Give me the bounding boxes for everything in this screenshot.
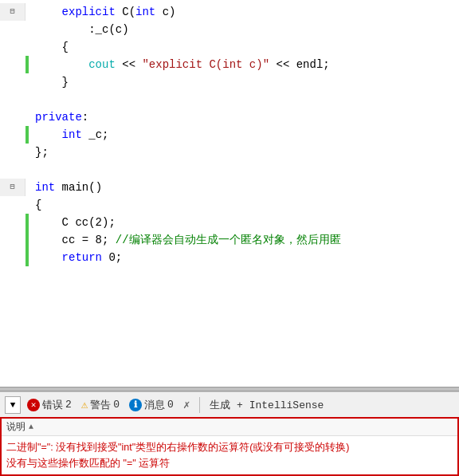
line-content: {: [29, 196, 41, 214]
line-content: [29, 161, 41, 179]
code-line: {: [0, 38, 459, 56]
code-line: ⊟ explicit C(int c): [0, 3, 459, 21]
toolbar-dropdown[interactable]: ▼: [5, 396, 21, 414]
code-line: return 0;: [0, 249, 459, 266]
build-label: 生成 + IntelliSense: [210, 398, 324, 412]
info-icon: ℹ: [129, 399, 142, 411]
error-line-1: 二进制"=": 没有找到接受"int"类型的右操作数的运算符(或没有可接受的转换…: [6, 439, 453, 455]
collapse-icon-main[interactable]: ⊟: [10, 179, 14, 196]
build-button[interactable]: 生成 + IntelliSense: [206, 396, 327, 414]
code-line: };: [0, 144, 459, 161]
line-content: :_c(c): [29, 21, 129, 38]
error-icon: ✕: [27, 399, 40, 411]
code-line: ⊟ int main(): [0, 179, 459, 196]
warning-filter[interactable]: ⚠ 警告 0: [78, 396, 123, 414]
error-line-2: 没有与这些操作数匹配的 "=" 运算符: [6, 455, 453, 471]
error-panel: 说明 ▲ 二进制"=": 没有找到接受"int"类型的右操作数的运算符(或没有可…: [0, 417, 459, 476]
warning-icon: ⚠: [81, 398, 88, 411]
filter-symbol-icon: ✗: [183, 398, 190, 411]
line-gutter: ⊟: [0, 179, 26, 196]
code-content: ⊟ explicit C(int c) :_c(c) { cout << "ex…: [0, 0, 459, 387]
line-content: };: [29, 144, 49, 161]
warning-label: 警告: [90, 398, 111, 412]
collapse-icon-1[interactable]: ⊟: [10, 3, 14, 21]
toolbar: ▼ ✕ 错误 2 ⚠ 警告 0 ℹ 消息 0 ✗ 生成 + IntelliSen…: [0, 391, 459, 417]
error-count: 2: [65, 399, 72, 411]
line-content: C cc(2);: [29, 214, 116, 231]
line-content: }: [29, 73, 69, 91]
dropdown-arrow: ▼: [10, 400, 16, 410]
error-panel-content: 二进制"=": 没有找到接受"int"类型的右操作数的运算符(或没有可接受的转换…: [2, 436, 457, 474]
line-content: cc = 8; //编译器会自动生成一个匿名对象，然后用匿: [29, 231, 341, 249]
line-content: return 0;: [29, 249, 122, 266]
line-content: int _c;: [29, 126, 108, 144]
warning-count: 0: [113, 399, 120, 411]
code-line: cout << "explicit C(int c)" << endl;: [0, 56, 459, 73]
info-count: 0: [167, 399, 174, 411]
code-line: {: [0, 196, 459, 214]
error-label: 错误: [42, 398, 63, 412]
filter-button[interactable]: ✗: [180, 396, 193, 413]
line-content: [29, 91, 41, 108]
code-line: private:: [0, 108, 459, 126]
error-panel-title: 说明: [6, 420, 26, 434]
line-gutter: ⊟: [0, 3, 26, 21]
code-line: }: [0, 73, 459, 91]
line-content: int main(): [29, 179, 102, 196]
info-filter[interactable]: ℹ 消息 0: [126, 396, 177, 414]
code-editor: ⊟ explicit C(int c) :_c(c) { cout << "ex…: [0, 0, 459, 387]
line-content: {: [29, 38, 69, 56]
code-line: C cc(2);: [0, 214, 459, 231]
toolbar-divider: [199, 397, 200, 413]
info-label: 消息: [144, 398, 165, 412]
code-line: :_c(c): [0, 21, 459, 38]
code-line: [0, 91, 459, 108]
code-line: [0, 161, 459, 179]
line-content: private:: [29, 108, 88, 126]
line-content: explicit C(int c): [29, 3, 175, 21]
error-panel-header: 说明 ▲: [2, 419, 457, 436]
expand-icon[interactable]: ▲: [29, 423, 33, 431]
code-line: int _c;: [0, 126, 459, 144]
code-line: cc = 8; //编译器会自动生成一个匿名对象，然后用匿: [0, 231, 459, 249]
line-content: cout << "explicit C(int c)" << endl;: [29, 56, 330, 73]
error-filter[interactable]: ✕ 错误 2: [24, 396, 75, 414]
